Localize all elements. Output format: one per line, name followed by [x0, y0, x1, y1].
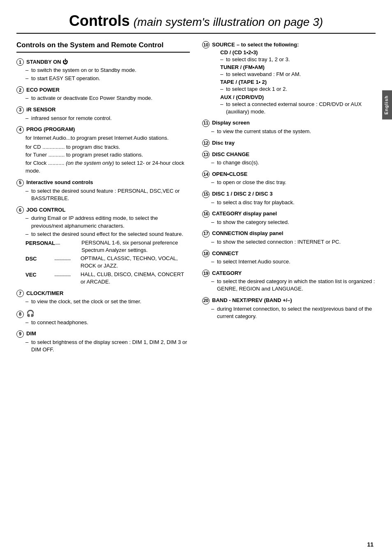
- item-10-label: SOURCE: [212, 42, 235, 48]
- circle-15: 15: [202, 191, 210, 198]
- list-item: during Email or IP address editing mode,…: [25, 215, 190, 229]
- item-20-title: 20 BAND - NEXT/PREV (BAND +/–): [202, 297, 376, 305]
- circle-16: 16: [202, 210, 210, 218]
- item-7: 7 CLOCK/TIMER to view the clock, set the…: [16, 290, 190, 305]
- item-13-bullets: to change disc(s).: [211, 159, 376, 166]
- item-1-bullets: to switch the system on or to Standby mo…: [25, 67, 190, 82]
- item-8: 8 🎧 to connect headphones.: [16, 309, 190, 326]
- sub-key-dsc: DSC: [25, 255, 54, 270]
- columns-container: Controls on the System and Remote Contro…: [16, 41, 376, 358]
- circle-10: 10: [202, 41, 210, 48]
- item-13: 13 DISC CHANGE to change disc(s).: [202, 151, 376, 166]
- item-10-title: 10 SOURCE – to select the following:: [202, 41, 376, 48]
- sidebar-label: English: [384, 95, 389, 115]
- list-item: to select waveband : FM or AM.: [220, 71, 376, 78]
- item-4: 4 PROG (PROGRAM) for Internet Audio...to…: [16, 126, 190, 175]
- list-item: during Internet connection, to select th…: [211, 305, 376, 320]
- item-20-label: BAND - NEXT/PREV (BAND +/–): [212, 297, 292, 303]
- item-13-label: DISC CHANGE: [212, 151, 249, 157]
- list-item: to view the clock, set the clock or set …: [25, 298, 190, 305]
- headphone-icon: 🎧: [26, 309, 35, 317]
- item-1: 1 STANDBY ON ⏻ to switch the system on o…: [16, 58, 190, 82]
- item-17-label: CONNECTION display panel: [212, 230, 283, 236]
- circle-3: 3: [16, 106, 24, 114]
- item-6-title: 6 JOG CONTROL: [16, 206, 190, 214]
- item-4-title: 4 PROG (PROGRAM): [16, 126, 190, 134]
- list-item: to select a disc tray for playback.: [211, 199, 376, 206]
- item-16-label: CATEGORY display panel: [212, 210, 277, 217]
- list-item: to open or close the disc tray.: [211, 179, 376, 186]
- circle-5: 5: [16, 179, 24, 187]
- item-10-sub-heading: CD / (CD 1•2•3): [220, 49, 376, 55]
- item-18-title: 18 CONNECT: [202, 250, 376, 257]
- item-6: 6 JOG CONTROL during Email or IP address…: [16, 206, 190, 286]
- item-12-label: Disc tray: [212, 140, 235, 146]
- sub-dots: .................: [54, 255, 79, 270]
- list-item: to select disc tray 1, 2 or 3.: [220, 56, 376, 63]
- left-column: Controls on the System and Remote Contro…: [16, 41, 190, 358]
- list-item: infrared sensor for remote control.: [25, 115, 190, 122]
- item-15: 15 DISC 1 / DISC 2 / DISC 3 to select a …: [202, 191, 376, 206]
- title-controls: Controls: [69, 12, 130, 29]
- item-20: 20 BAND - NEXT/PREV (BAND +/–) during In…: [202, 297, 376, 320]
- circle-9: 9: [16, 330, 24, 338]
- item-17: 17 CONNECTION display panel to show the …: [202, 230, 376, 246]
- list-item: to select Internet Audio source.: [211, 258, 376, 265]
- item-9-title: 9 DIM: [16, 330, 190, 338]
- item-20-bullets: during Internet connection, to select th…: [211, 305, 376, 320]
- item-7-title: 7 CLOCK/TIMER: [16, 290, 190, 297]
- item-10-intro: – to select the following:: [237, 42, 299, 48]
- item-11-title: 11 Display screen: [202, 120, 376, 127]
- item-4-intro: for Internet Audio...to program preset I…: [25, 134, 190, 142]
- circle-6: 6: [16, 206, 24, 214]
- item-16: 16 CATEGORY display panel to show the ca…: [202, 210, 376, 226]
- list-item: to select the desired category in which …: [211, 278, 376, 293]
- item-18: 18 CONNECT to select Internet Audio sour…: [202, 250, 376, 265]
- circle-20: 20: [202, 297, 210, 305]
- circle-1: 1: [16, 58, 24, 66]
- item-10-tape-bullets: to select tape deck 1 or 2.: [220, 85, 376, 93]
- list-item: to select tape deck 1 or 2.: [220, 85, 376, 93]
- list-item: PERSONAL ..... PERSONAL 1-6, six persona…: [25, 239, 190, 254]
- item-10-cd-bullets: to select disc tray 1, 2 or 3.: [220, 56, 376, 63]
- title-subtitle: (main system's illustration on page 3): [134, 16, 323, 28]
- circle-4: 4: [16, 126, 24, 134]
- item-4-sub: for CD ............... to program disc t…: [25, 143, 190, 175]
- list-item: for Clock ........... (on the system onl…: [25, 159, 190, 175]
- page-title: Controls (main system's illustration on …: [16, 12, 376, 34]
- item-5-bullets: to select the desired sound feature : PE…: [25, 187, 190, 202]
- sub-dots: .................: [54, 271, 79, 286]
- circle-19: 19: [202, 270, 210, 277]
- section-heading: Controls on the System and Remote Contro…: [16, 41, 190, 53]
- item-15-bullets: to select a disc tray for playback.: [211, 199, 376, 206]
- item-10-tuner-bullets: to select waveband : FM or AM.: [220, 71, 376, 78]
- item-5-label: Interactive sound controls: [26, 179, 93, 185]
- item-12: 12 Disc tray: [202, 139, 376, 147]
- item-10-sub-heading4: AUX / (CDR/DVD): [220, 94, 376, 100]
- item-19-title: 19 CATEGORY: [202, 270, 376, 277]
- item-1-title: 1 STANDBY ON ⏻: [16, 58, 190, 66]
- item-1-label: STANDBY ON ⏻: [26, 59, 68, 65]
- item-10: 10 SOURCE – to select the following: CD …: [202, 41, 376, 115]
- item-16-bullets: to show the category selected.: [211, 219, 376, 226]
- item-8-title: 8 🎧: [16, 309, 190, 318]
- item-2: 2 ECO POWER to activate or deactivate Ec…: [16, 86, 190, 102]
- item-14: 14 OPEN•CLOSE to open or close the disc …: [202, 171, 376, 186]
- item-10-sub-heading3: TAPE / (TAPE 1• 2): [220, 79, 376, 85]
- list-item: to select brightness of the display scre…: [25, 339, 190, 353]
- page-number: 11: [367, 541, 374, 548]
- item-7-bullets: to view the clock, set the clock or set …: [25, 298, 190, 305]
- item-16-title: 16 CATEGORY display panel: [202, 210, 376, 218]
- sub-val-personal: PERSONAL 1-6, six personal preference Sp…: [80, 239, 190, 254]
- item-14-title: 14 OPEN•CLOSE: [202, 171, 376, 178]
- item-5-title: 5 Interactive sound controls: [16, 179, 190, 187]
- circle-13: 13: [202, 151, 210, 158]
- list-item: VEC ................. HALL, CLUB, DISCO,…: [25, 271, 190, 286]
- list-item: to connect headphones.: [25, 319, 190, 326]
- item-2-label: ECO POWER: [26, 87, 60, 93]
- item-11: 11 Display screen to view the current st…: [202, 120, 376, 135]
- item-3-title: 3 iR SENSOR: [16, 106, 190, 114]
- circle-8: 8: [16, 311, 24, 318]
- item-10-aux-bullets: to select a connected external source : …: [220, 101, 376, 115]
- circle-17: 17: [202, 230, 210, 238]
